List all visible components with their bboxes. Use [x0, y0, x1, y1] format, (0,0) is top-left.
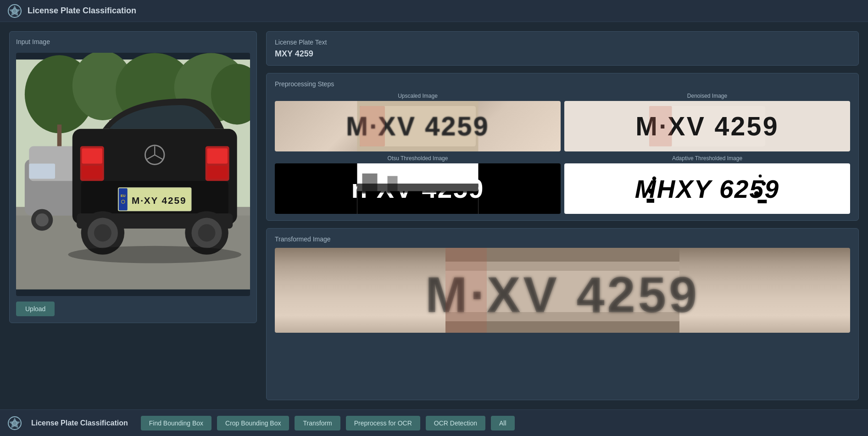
svg-rect-64 — [362, 173, 378, 194]
preprocessing-item-upscaled: Upscaled Image M·XV 4259 M·XV 4259 — [275, 93, 561, 151]
lp-text-card: License Plate Text MXY 4259 — [266, 31, 859, 66]
svg-text:MHXY 6259: MHXY 6259 — [635, 175, 779, 203]
svg-point-50 — [68, 246, 241, 263]
svg-rect-65 — [388, 176, 398, 194]
ocr-detection-button[interactable]: OCR Detection — [426, 416, 485, 430]
transform-button[interactable]: Transform — [295, 416, 340, 430]
adaptive-image: MHXY 6259 — [564, 163, 850, 214]
lp-text-label: License Plate Text — [275, 39, 327, 46]
preprocess-for-ocr-button[interactable]: Preprocess for OCR — [346, 416, 420, 430]
denoised-label: Denoised Image — [687, 93, 727, 99]
svg-point-74 — [754, 191, 759, 196]
preprocessing-item-adaptive: Adaptive Thresholded Image MHXY 6259 — [564, 155, 850, 214]
svg-rect-30 — [207, 148, 228, 163]
upload-button[interactable]: Upload — [16, 302, 55, 316]
denoised-image: M·XV 4259 — [564, 101, 850, 151]
svg-text:EU: EU — [121, 194, 125, 198]
bottom-logo-icon — [7, 416, 22, 430]
preprocessing-grid: Upscaled Image M·XV 4259 M·XV 4259 — [275, 93, 850, 214]
svg-rect-82 — [445, 248, 487, 333]
app-title: License Plate Classification — [28, 6, 136, 16]
svg-rect-18 — [29, 163, 55, 179]
svg-text:M·XY 4259: M·XY 4259 — [132, 195, 186, 206]
preprocessing-item-otsu: Otsu Thresholded Image n·XV 4259 — [275, 155, 561, 214]
transformed-image: M·XV 4259 M·XV 4259 — [275, 248, 850, 333]
left-panel: Input Image — [9, 31, 257, 400]
bottom-app-title: License Plate Classification — [31, 419, 128, 427]
svg-rect-59 — [649, 106, 672, 146]
adaptive-label: Adaptive Thresholded Image — [672, 155, 742, 162]
car-image-svg: EU M·XY 4259 — [16, 53, 250, 296]
svg-rect-29 — [82, 148, 102, 163]
otsu-image: n·XV 4259 — [275, 163, 561, 214]
svg-point-71 — [648, 189, 653, 194]
svg-point-70 — [660, 184, 663, 188]
bottom-bar: License Plate Classification Find Boundi… — [0, 409, 868, 436]
main-content: Input Image — [0, 22, 868, 409]
svg-point-73 — [762, 182, 766, 186]
crop-bounding-box-button[interactable]: Crop Bounding Box — [217, 416, 289, 430]
svg-rect-31 — [82, 166, 102, 179]
svg-point-15 — [36, 213, 49, 226]
svg-point-46 — [94, 224, 111, 242]
svg-rect-35 — [119, 188, 128, 210]
input-image-card: Input Image — [9, 31, 257, 323]
svg-rect-32 — [207, 166, 228, 179]
input-image-label: Input Image — [16, 38, 250, 45]
upscaled-image: M·XV 4259 M·XV 4259 — [275, 101, 561, 151]
transformed-card: Transformed Image M·XV 4259 M·XV 4259 — [266, 228, 859, 400]
otsu-label: Otsu Thresholded Image — [388, 155, 448, 162]
lp-text-value: MXY 4259 — [275, 49, 850, 59]
top-header: License Plate Classification — [0, 0, 868, 22]
find-bounding-box-button[interactable]: Find Bounding Box — [141, 416, 211, 430]
svg-rect-55 — [360, 106, 385, 146]
preprocessing-item-denoised: Denoised Image M·XV 4259 — [564, 93, 850, 151]
svg-point-72 — [759, 174, 762, 178]
transformed-label: Transformed Image — [275, 235, 331, 243]
preprocessing-label: Preprocessing Steps — [275, 80, 334, 88]
input-image-display: EU M·XY 4259 — [16, 53, 250, 296]
preprocessing-card: Preprocessing Steps Upscaled Image M·XV … — [266, 73, 859, 221]
all-button[interactable]: All — [491, 416, 515, 430]
svg-rect-76 — [758, 200, 767, 203]
svg-point-69 — [652, 177, 657, 181]
app-logo-icon — [7, 4, 22, 18]
right-panel: License Plate Text MXY 4259 Preprocessin… — [266, 31, 859, 400]
svg-point-49 — [198, 224, 216, 242]
upscaled-label: Upscaled Image — [398, 93, 438, 99]
svg-rect-75 — [647, 199, 655, 203]
